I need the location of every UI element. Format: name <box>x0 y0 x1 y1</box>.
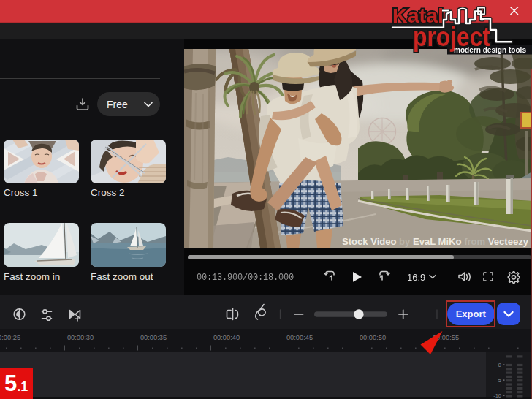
svg-text:0: 0 <box>498 362 501 368</box>
svg-text:00:00:40: 00:00:40 <box>213 334 240 341</box>
svg-text:-5: -5 <box>496 377 501 384</box>
svg-text:00:00:25: 00:00:25 <box>0 334 20 341</box>
svg-text:00:00:50: 00:00:50 <box>360 334 386 341</box>
svg-text:-10: -10 <box>493 392 501 399</box>
svg-text:16:9: 16:9 <box>407 272 425 283</box>
svg-text:00:00:35: 00:00:35 <box>140 334 167 341</box>
svg-text:00:00:30: 00:00:30 <box>67 334 94 341</box>
svg-text:modern design tools: modern design tools <box>454 46 526 54</box>
svg-text:Stock Video by EvaL MiKo from: Stock Video by EvaL MiKo from Vecteezy <box>342 237 528 247</box>
svg-text:00:00:45: 00:00:45 <box>286 334 313 341</box>
